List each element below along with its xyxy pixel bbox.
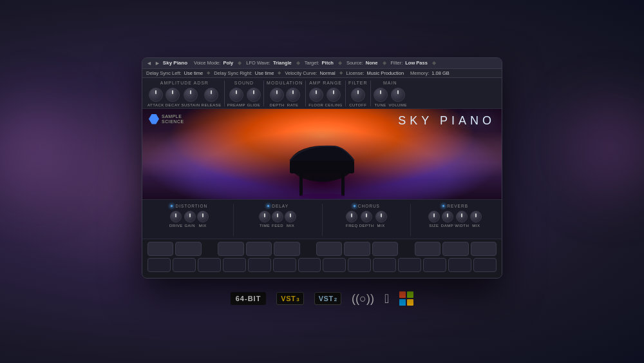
pad-1-4[interactable]	[246, 242, 272, 256]
pad-2-13[interactable]	[448, 258, 471, 272]
reverb-led[interactable]	[442, 204, 445, 208]
pad-1-10[interactable]	[442, 242, 468, 256]
pad-2-12[interactable]	[423, 258, 446, 272]
pad-2-6[interactable]	[273, 258, 296, 272]
svg-point-4	[299, 193, 345, 199]
distortion-led[interactable]	[170, 204, 173, 208]
main-label: MAIN	[383, 81, 397, 85]
chorus-depth-label: DEPTH	[359, 224, 374, 228]
time-label: TIME	[260, 224, 270, 228]
win-pane-blue	[399, 299, 406, 306]
sustain-knob[interactable]	[184, 88, 198, 102]
time-knob[interactable]	[259, 211, 270, 222]
tune-knob[interactable]	[374, 88, 388, 102]
pad-1-11[interactable]	[471, 242, 497, 256]
sound-label: SOUND	[234, 81, 254, 85]
filter-knobs: CUTOFF	[349, 88, 366, 107]
sound-knobs: PREAMP GLIDE	[227, 88, 261, 107]
pad-1-3[interactable]	[218, 242, 243, 256]
voice-mode-label: Voice Mode:	[194, 60, 220, 66]
decay-knob[interactable]	[166, 88, 180, 102]
reverb-header: REVERB	[413, 204, 497, 208]
pad-2-8[interactable]	[323, 258, 346, 272]
delay-sync-left-value[interactable]: Use time	[184, 70, 204, 76]
pad-2-3[interactable]	[198, 258, 221, 272]
reverb-section: REVERB SIZE DAMP WIDTH	[413, 204, 497, 228]
cutoff-knob[interactable]	[351, 88, 365, 102]
filter-section: FILTER CUTOFF	[348, 81, 368, 107]
top-controls: AMPLITUDE ADSR ATTACK DECAY SUSTAIN	[142, 78, 502, 109]
velocity-curve-value[interactable]: Normal	[319, 70, 335, 76]
divider-3	[305, 81, 306, 106]
release-knob[interactable]	[204, 88, 218, 102]
sustain-label: SUSTAIN	[182, 103, 200, 107]
memory-value: 1.08 GB	[431, 70, 450, 76]
mod-depth-knob[interactable]	[270, 88, 284, 102]
damp-knob[interactable]	[442, 211, 453, 222]
delay-mix-knob[interactable]	[285, 211, 296, 222]
pad-2-1[interactable]	[147, 258, 171, 272]
knob-sections: AMPLITUDE ADSR ATTACK DECAY SUSTAIN	[147, 81, 497, 107]
pad-2-2[interactable]	[173, 258, 196, 272]
drive-knob-wrapper: DRIVE	[169, 211, 183, 228]
pad-1-2[interactable]	[175, 242, 201, 256]
ceiling-knob[interactable]	[327, 88, 341, 102]
pads-area	[142, 239, 502, 278]
voice-mode-value[interactable]: Poly	[223, 60, 233, 66]
preamp-knob[interactable]	[229, 88, 243, 102]
dist-mix-knob[interactable]	[197, 211, 209, 222]
volume-label: VOLUME	[389, 103, 407, 107]
piano-silhouette	[283, 141, 361, 199]
delay-led[interactable]	[267, 204, 270, 208]
pad-1-8[interactable]	[372, 242, 398, 256]
freq-knob[interactable]	[346, 211, 357, 222]
floor-knob[interactable]	[309, 88, 323, 102]
pad-1-7[interactable]	[344, 242, 370, 256]
volume-knob[interactable]	[391, 88, 405, 102]
pad-1-1[interactable]	[147, 242, 173, 256]
glide-knob[interactable]	[247, 88, 261, 102]
lfo-wave-value[interactable]: Triangle	[273, 60, 292, 66]
depth-knob-wrapper: DEPTH	[270, 88, 285, 107]
svg-rect-2	[299, 173, 303, 196]
pad-2-11[interactable]	[398, 258, 421, 272]
reverb-mix-knob[interactable]	[470, 211, 482, 222]
pad-2-14[interactable]	[473, 258, 497, 272]
chorus-led[interactable]	[353, 204, 356, 208]
pad-2-10[interactable]	[373, 258, 396, 272]
chorus-depth-knob[interactable]	[361, 211, 372, 222]
gain-knob[interactable]	[184, 211, 196, 222]
pads-row-1	[147, 242, 497, 256]
nav-next[interactable]: ►	[155, 60, 160, 66]
delay-knobs: TIME FEED MIX	[259, 211, 296, 228]
delay-sync-left-label: Delay Sync Left:	[146, 70, 182, 76]
target-value[interactable]: Pitch	[322, 60, 334, 66]
pad-2-4[interactable]	[223, 258, 246, 272]
pad-2-9[interactable]	[348, 258, 371, 272]
filter-value[interactable]: Low Pass	[405, 60, 428, 66]
amplitude-adsr-label: AMPLITUDE ADSR	[160, 81, 209, 85]
pad-2-7[interactable]	[298, 258, 321, 272]
license-label: License:	[346, 70, 365, 76]
gain-knob-wrapper: GAIN	[184, 211, 196, 228]
chorus-mix-knob-wrapper: MIX	[375, 211, 387, 228]
pad-2-5[interactable]	[248, 258, 271, 272]
width-knob[interactable]	[456, 211, 468, 222]
rate-knob[interactable]	[286, 88, 300, 102]
source-value[interactable]: None	[366, 60, 378, 66]
size-knob[interactable]	[428, 211, 440, 222]
vst3-badge: VST 3	[276, 292, 303, 305]
chorus-mix-knob[interactable]	[375, 211, 387, 222]
modulation-knobs: DEPTH RATE	[270, 88, 300, 107]
feed-knob[interactable]	[272, 211, 283, 222]
pad-1-5[interactable]	[274, 242, 299, 256]
delay-sync-right-value[interactable]: Use time	[255, 70, 274, 76]
drive-knob[interactable]	[170, 211, 182, 222]
pad-1-6[interactable]	[316, 242, 342, 256]
amp-range-knobs: FLOOR CEILING	[308, 88, 343, 107]
vst2-num: 2	[334, 297, 337, 302]
target-label: Target:	[305, 60, 319, 66]
pad-1-9[interactable]	[415, 242, 440, 256]
attack-knob[interactable]	[149, 88, 163, 102]
nav-prev[interactable]: ◄	[146, 60, 152, 66]
